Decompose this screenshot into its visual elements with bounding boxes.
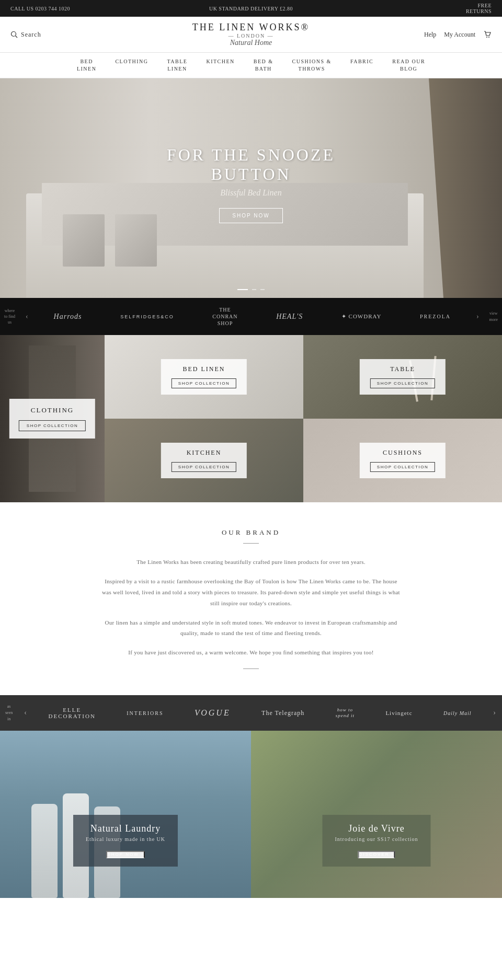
kitchen-title: KITCHEN — [172, 449, 236, 457]
cushions-label: CUSHIONS SHOP COLLECTION — [360, 443, 446, 478]
promo-laundry-btn[interactable]: SHOP NOW › — [106, 851, 144, 858]
logo-main: THE LINEN WORKS® — [171, 22, 332, 33]
hero-dots — [237, 289, 265, 290]
media-logo-vogue: VOGUE — [189, 706, 236, 720]
media-prev-arrow[interactable]: ‹ — [18, 709, 33, 717]
media-logo-elle: ELLEDECORATION — [43, 705, 101, 721]
promo-joie[interactable]: Joie de Vivre Introducing our SS17 colle… — [251, 731, 502, 898]
top-bar: CALL US 0203 744 1020 UK STANDARD DELIVE… — [0, 0, 502, 17]
brand-section: OUR BRAND The Linen Works has been creat… — [0, 502, 502, 695]
category-cushions[interactable]: CUSHIONS SHOP COLLECTION — [303, 419, 502, 502]
table-title: TABLE — [370, 365, 435, 373]
press-next-arrow[interactable]: › — [470, 313, 485, 321]
brand-text: The Linen Works has been creating beauti… — [99, 557, 403, 658]
media-logo-howto: how tospend it — [330, 705, 360, 721]
delivery-info: UK STANDARD DELIVERY £2.80 — [171, 6, 332, 11]
clothing-shop-btn[interactable]: SHOP COLLECTION — [19, 420, 86, 431]
media-logos-list: ELLEDECORATION INTERIORS VOGUE The Teleg… — [33, 705, 487, 721]
media-logo-telegraph: The Telegraph — [256, 707, 310, 719]
promo-laundry-content: Natural Laundry Ethical luxury made in t… — [73, 815, 178, 867]
nav-bed-bath[interactable]: BED &BATH — [244, 53, 283, 78]
hero-dot-2[interactable] — [252, 289, 256, 290]
press-view-more[interactable]: viewmore — [485, 310, 502, 322]
press-logo-conran: THECONRANSHOP — [207, 304, 243, 329]
search-icon[interactable] — [10, 31, 18, 38]
nav-fabric[interactable]: FABRIC — [341, 53, 383, 78]
clothing-label: CLOTHING SHOP COLLECTION — [9, 399, 95, 439]
search-area[interactable]: Search — [10, 31, 171, 39]
bed-linen-title: BED LINEN — [172, 365, 236, 373]
promo-grid: Natural Laundry Ethical luxury made in t… — [0, 731, 502, 898]
account-area: Help My Account — [331, 30, 492, 39]
media-next-arrow[interactable]: › — [487, 709, 502, 717]
press-logo-harrods: Harrods — [49, 310, 87, 323]
media-logo-interiors: INTERIORS — [121, 708, 168, 718]
account-link[interactable]: My Account — [444, 31, 475, 39]
press-logo-heals: HEAL'S — [271, 310, 308, 323]
brand-divider-top — [243, 543, 259, 544]
hero-subtitle: Blissful Bed Linen — [126, 188, 376, 198]
logo-location: — LONDON — — [171, 33, 332, 39]
category-grid: CLOTHING SHOP COLLECTION BED LINEN SHOP … — [0, 335, 502, 502]
header: Search THE LINEN WORKS® — LONDON — Natur… — [0, 17, 502, 53]
brand-para2: Inspired by a visit to a rustic farmhous… — [99, 576, 403, 609]
press-logo-prezola: PREZOLA — [415, 312, 456, 321]
press-logo-cowdray: ✦ COWDRAY — [336, 311, 387, 322]
press-logo-selfridges: SELFRIDGES&CO — [115, 312, 179, 321]
promo-laundry-title: Natural Laundry — [86, 823, 165, 834]
logo-tagline: Natural Home — [171, 39, 332, 47]
promo-joie-content: Joie de Vivre Introducing our SS17 colle… — [322, 815, 430, 867]
category-clothing[interactable]: CLOTHING SHOP COLLECTION — [0, 335, 105, 502]
hero-cta-button[interactable]: SHOP NOW — [219, 208, 282, 223]
search-label[interactable]: Search — [21, 31, 41, 39]
press-prev-arrow[interactable]: ‹ — [19, 313, 35, 321]
kitchen-label: KITCHEN SHOP COLLECTION — [161, 443, 247, 478]
help-link[interactable]: Help — [424, 31, 436, 39]
table-shop-btn[interactable]: SHOP COLLECTION — [370, 378, 435, 388]
media-bar: asseenin ‹ ELLEDECORATION INTERIORS VOGU… — [0, 695, 502, 731]
promo-joie-title: Joie de Vivre — [335, 823, 418, 834]
clothing-title: CLOTHING — [19, 406, 86, 414]
nav-table-linen[interactable]: TABLELINEN — [157, 53, 197, 78]
media-logo-dailymail: Daily Mail — [438, 708, 477, 718]
hero-content: FOR THE SNOOZE BUTTON Blissful Bed Linen… — [126, 145, 376, 223]
kitchen-shop-btn[interactable]: SHOP COLLECTION — [172, 462, 236, 472]
media-logo-livingetc: Livingetc — [380, 708, 417, 718]
brand-para3: Our linen has a simple and understated s… — [99, 617, 403, 639]
table-label: TABLE SHOP COLLECTION — [360, 359, 446, 395]
cart-icon[interactable] — [483, 30, 492, 39]
hero-dot-1[interactable] — [237, 289, 248, 290]
nav-bed-linen[interactable]: BEDLINEN — [67, 53, 106, 78]
phone-info: CALL US 0203 744 1020 — [10, 6, 171, 11]
svg-line-1 — [16, 36, 18, 38]
promo-laundry-subtitle: Ethical luxury made in the UK — [86, 836, 165, 842]
brand-divider-bottom — [243, 668, 259, 669]
main-nav: BEDLINEN CLOTHING TABLELINEN KITCHEN BED… — [0, 53, 502, 78]
promo-joie-subtitle: Introducing our SS17 collection — [335, 836, 418, 842]
brand-para1: The Linen Works has been creating beauti… — [99, 557, 403, 568]
returns-info: FREE RETURNS — [331, 3, 492, 14]
hero-banner: FOR THE SNOOZE BUTTON Blissful Bed Linen… — [0, 78, 502, 298]
press-logos-list: Harrods SELFRIDGES&CO THECONRANSHOP HEAL… — [35, 304, 470, 329]
category-table[interactable]: TABLE SHOP COLLECTION — [303, 335, 502, 419]
nav-cushions-throws[interactable]: CUSHIONS &THROWS — [283, 53, 341, 78]
svg-point-0 — [12, 32, 16, 37]
bed-linen-shop-btn[interactable]: SHOP COLLECTION — [172, 378, 236, 388]
logo-area: THE LINEN WORKS® — LONDON — Natural Home — [171, 22, 332, 47]
nav-clothing[interactable]: CLOTHING — [106, 53, 157, 78]
brand-title: OUR BRAND — [10, 528, 492, 537]
promo-laundry[interactable]: Natural Laundry Ethical luxury made in t… — [0, 731, 251, 898]
press-bar: whereto findus ‹ Harrods SELFRIDGES&CO T… — [0, 298, 502, 335]
hero-dot-3[interactable] — [260, 289, 265, 290]
cushions-shop-btn[interactable]: SHOP COLLECTION — [370, 462, 435, 472]
svg-point-3 — [488, 37, 489, 38]
category-kitchen[interactable]: KITCHEN SHOP COLLECTION — [105, 419, 303, 502]
category-bed-linen[interactable]: BED LINEN SHOP COLLECTION — [105, 335, 303, 419]
promo-joie-btn[interactable]: DISCOVER › — [358, 851, 395, 858]
nav-blog[interactable]: READ OURBLOG — [383, 53, 435, 78]
brand-para4: If you have just discovered us, a warm w… — [99, 647, 403, 658]
bed-linen-label: BED LINEN SHOP COLLECTION — [161, 359, 247, 395]
svg-point-2 — [486, 37, 487, 38]
nav-kitchen[interactable]: KITCHEN — [197, 53, 244, 78]
press-side-label: whereto findus — [0, 308, 19, 326]
